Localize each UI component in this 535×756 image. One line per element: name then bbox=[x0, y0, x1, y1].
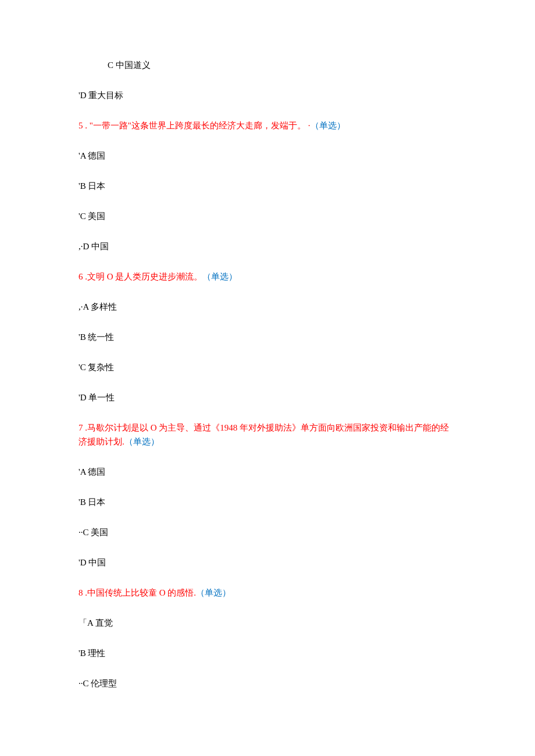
question-number: 7 bbox=[79, 423, 83, 432]
option-8b: 'B 理性 bbox=[79, 646, 456, 660]
question-type-open: （ bbox=[202, 272, 211, 281]
option-text: 多样性 bbox=[91, 302, 117, 311]
question-number: 5 bbox=[79, 121, 83, 130]
option-7c: ··C 美国 bbox=[79, 525, 456, 539]
option-7d: 'D 中国 bbox=[79, 556, 456, 569]
question-type: 单选 bbox=[133, 437, 151, 446]
leading-option-c: C 中国道义 bbox=[79, 58, 456, 72]
option-6b: 'B 统一性 bbox=[79, 330, 456, 344]
question-body: 中国传统上比较童 O 的感悟. bbox=[87, 588, 196, 597]
question-separator: . bbox=[83, 121, 90, 130]
option-text: 复杂性 bbox=[88, 363, 114, 372]
option-text: 日本 bbox=[88, 497, 105, 507]
option-text: 中国 bbox=[88, 558, 106, 567]
option-prefix: 'D bbox=[79, 393, 88, 402]
option-7b: 'B 日本 bbox=[79, 495, 456, 509]
option-prefix: C bbox=[108, 60, 116, 70]
option-7a: 'A 德国 bbox=[79, 465, 456, 479]
option-prefix: 'B bbox=[79, 332, 88, 342]
option-text: 中国 bbox=[91, 242, 109, 251]
question-separator: . bbox=[83, 588, 88, 597]
option-prefix: ,·A bbox=[79, 302, 91, 311]
question-body: 文明 O 是人类历史进步潮流。 bbox=[87, 272, 202, 281]
question-number: 6 bbox=[79, 272, 83, 281]
option-5d: ,·D 中国 bbox=[79, 239, 456, 253]
question-type-open: （ bbox=[196, 588, 205, 597]
option-prefix: 「A bbox=[79, 618, 95, 628]
option-prefix: ,·D bbox=[79, 242, 91, 251]
option-prefix: 'A bbox=[79, 151, 88, 160]
question-7: 7 .马歇尔计划是以 O 为主导、通过《1948 年对外援助法》单方面向欧洲国家… bbox=[79, 421, 456, 449]
option-prefix: 'B bbox=[79, 497, 88, 507]
question-separator: . bbox=[83, 423, 88, 432]
question-separator: . bbox=[83, 272, 88, 281]
option-text: 重大目标 bbox=[88, 91, 123, 100]
question-number: 8 bbox=[79, 588, 83, 597]
option-5c: 'C 美国 bbox=[79, 209, 456, 223]
question-type: 单选 bbox=[205, 588, 222, 597]
option-8a: 「A 直觉 bbox=[79, 616, 456, 630]
option-prefix: 'C bbox=[79, 363, 88, 372]
option-6c: 'C 复杂性 bbox=[79, 360, 456, 374]
option-text: 日本 bbox=[88, 181, 105, 191]
question-type-close: ） bbox=[151, 437, 159, 446]
option-text: 直觉 bbox=[95, 618, 113, 628]
option-5b: 'B 日本 bbox=[79, 179, 456, 193]
leading-option-d: 'D 重大目标 bbox=[79, 88, 456, 102]
option-6a: ,·A 多样性 bbox=[79, 300, 456, 314]
option-text: 美国 bbox=[88, 212, 105, 221]
option-5a: 'A 德国 bbox=[79, 149, 456, 163]
option-prefix: 'B bbox=[79, 181, 88, 191]
option-text: 美国 bbox=[91, 528, 108, 537]
option-text: 德国 bbox=[88, 151, 105, 160]
option-text: 中国道义 bbox=[116, 60, 151, 70]
option-prefix: 'C bbox=[79, 212, 88, 221]
option-8c: ··C 伦理型 bbox=[79, 676, 456, 690]
question-type-close: ） bbox=[229, 272, 237, 281]
question-type-open: （ bbox=[124, 437, 133, 446]
option-prefix: ··C bbox=[79, 679, 91, 688]
option-text: 统一性 bbox=[88, 332, 114, 342]
option-prefix: 'D bbox=[79, 558, 88, 567]
option-prefix: ··C bbox=[79, 528, 91, 537]
question-type-close: ） bbox=[222, 588, 231, 597]
option-text: 伦理型 bbox=[91, 679, 117, 688]
option-prefix: 'B bbox=[79, 648, 88, 658]
question-5: 5 . "一带一路"这条世界上跨度最长的经济大走廊，发端于。 ·（单选） bbox=[79, 119, 456, 132]
question-type-close: ） bbox=[337, 121, 345, 130]
question-type-open: （ bbox=[311, 121, 319, 130]
option-prefix: 'D bbox=[79, 91, 88, 100]
question-type: 单选 bbox=[319, 121, 337, 130]
option-text: 理性 bbox=[88, 648, 105, 658]
question-mid: · bbox=[306, 121, 311, 130]
question-type: 单选 bbox=[211, 272, 229, 281]
option-6d: 'D 单一性 bbox=[79, 390, 456, 404]
option-text: 单一性 bbox=[88, 393, 115, 402]
option-prefix: 'A bbox=[79, 467, 88, 476]
question-8: 8 .中国传统上比较童 O 的感悟.（单选） bbox=[79, 586, 456, 600]
question-body: "一带一路"这条世界上跨度最长的经济大走廊，发端于。 bbox=[90, 121, 306, 130]
question-6: 6 .文明 O 是人类历史进步潮流。（单选） bbox=[79, 270, 456, 284]
option-text: 德国 bbox=[88, 467, 105, 476]
